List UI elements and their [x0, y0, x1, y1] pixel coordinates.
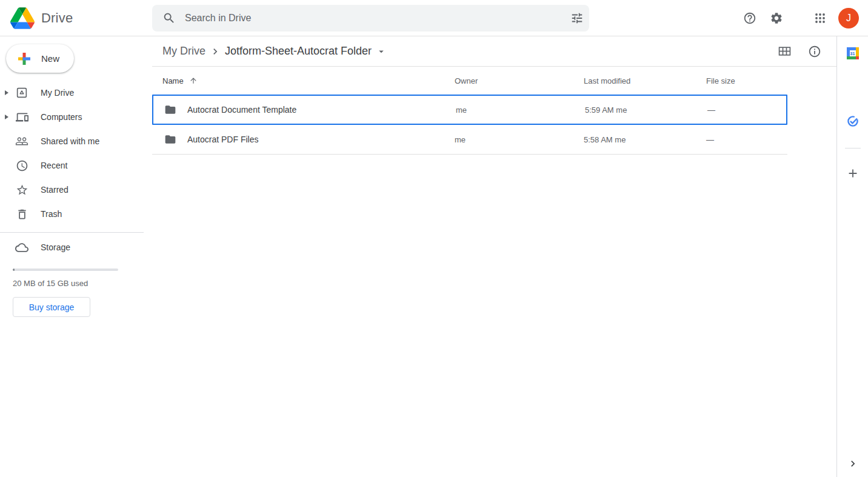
- column-header-name[interactable]: Name: [152, 76, 455, 85]
- file-name: Autocrat Document Template: [187, 105, 296, 115]
- help-icon[interactable]: [736, 5, 763, 32]
- storage-cloud-icon: [15, 241, 28, 254]
- shared-with-me-icon: [15, 135, 28, 148]
- file-name: Autocrat PDF Files: [187, 135, 258, 144]
- search-input[interactable]: [184, 12, 565, 24]
- my-drive-icon: [15, 86, 28, 99]
- drive-logo-icon: [10, 7, 35, 29]
- get-addons-icon[interactable]: [846, 167, 860, 180]
- expand-arrow-icon[interactable]: [5, 115, 15, 119]
- file-row[interactable]: Autocrat Document Template me 5:59 AM me…: [152, 95, 787, 125]
- new-button[interactable]: New: [6, 44, 74, 73]
- new-button-label: New: [41, 53, 59, 64]
- google-tasks-icon[interactable]: [847, 115, 859, 127]
- main-content: My Drive Jotform-Sheet-Autocrat Folder: [152, 36, 836, 477]
- workspace-side-panel: 31: [836, 36, 868, 477]
- breadcrumb-toolbar: My Drive Jotform-Sheet-Autocrat Folder: [152, 36, 836, 67]
- file-last-modified: 5:58 AM me: [584, 135, 706, 144]
- breadcrumb-current[interactable]: Jotform-Sheet-Autocrat Folder: [225, 45, 387, 58]
- plus-multicolor-icon: [15, 50, 33, 68]
- hide-side-panel-chevron-icon[interactable]: [847, 458, 859, 470]
- drive-logo[interactable]: Drive: [0, 7, 152, 29]
- file-owner: me: [455, 135, 584, 144]
- sort-ascending-icon: [189, 76, 198, 85]
- sidebar-item-recent[interactable]: Recent: [0, 153, 152, 178]
- search-options-icon[interactable]: [565, 6, 589, 30]
- expand-arrow-icon[interactable]: [5, 90, 15, 95]
- folder-icon: [164, 133, 176, 145]
- recent-icon: [15, 159, 28, 172]
- apps-grid-icon[interactable]: [807, 5, 833, 32]
- left-sidebar: New My Drive Computers: [0, 36, 152, 477]
- storage-progress-fill: [13, 269, 15, 271]
- column-header-file-size: File size: [706, 76, 787, 85]
- sidebar-item-my-drive[interactable]: My Drive: [0, 81, 152, 105]
- info-icon[interactable]: [807, 44, 822, 59]
- search-icon[interactable]: [162, 12, 176, 25]
- app-name: Drive: [41, 10, 73, 26]
- avatar-letter: J: [838, 8, 859, 28]
- sidebar-divider: [0, 232, 144, 233]
- file-size: —: [707, 105, 786, 115]
- folder-menu-caret-icon[interactable]: [376, 46, 387, 57]
- sidebar-item-shared-with-me[interactable]: Shared with me: [0, 129, 152, 153]
- file-table: Name Owner Last modified File size Autoc…: [152, 67, 787, 155]
- sidebar-item-storage[interactable]: Storage: [0, 235, 152, 259]
- breadcrumb-root[interactable]: My Drive: [162, 45, 205, 58]
- column-header-last-modified: Last modified: [584, 76, 706, 85]
- sidebar-item-computers[interactable]: Computers: [0, 105, 152, 129]
- file-owner: me: [456, 105, 585, 115]
- folder-icon: [164, 104, 176, 116]
- storage-usage-text: 20 MB of 15 GB used: [13, 279, 152, 288]
- file-size: —: [706, 135, 787, 144]
- starred-icon: [15, 183, 28, 196]
- top-app-bar: Drive J: [0, 0, 868, 36]
- top-bar-actions: J: [589, 5, 868, 32]
- google-keep-icon[interactable]: [847, 81, 859, 93]
- side-panel-divider: [845, 148, 861, 148]
- breadcrumb-separator-icon: [209, 45, 221, 58]
- grid-view-icon[interactable]: [777, 44, 792, 59]
- account-avatar[interactable]: J: [835, 5, 862, 32]
- sidebar-item-trash[interactable]: Trash: [0, 202, 152, 226]
- storage-progress-bar: [13, 269, 118, 271]
- buy-storage-button[interactable]: Buy storage: [13, 297, 90, 317]
- trash-icon: [15, 207, 28, 221]
- file-last-modified: 5:59 AM me: [585, 105, 707, 115]
- search-bar[interactable]: [152, 5, 589, 32]
- file-table-header: Name Owner Last modified File size: [152, 67, 787, 95]
- sidebar-item-starred[interactable]: Starred: [0, 178, 152, 202]
- settings-icon[interactable]: [763, 5, 790, 32]
- column-header-owner: Owner: [455, 76, 584, 85]
- google-calendar-icon[interactable]: 31: [847, 47, 859, 59]
- computers-icon: [15, 110, 28, 124]
- file-row[interactable]: Autocrat PDF Files me 5:58 AM me —: [152, 125, 787, 155]
- sidebar-nav: My Drive Computers Shared with me: [0, 81, 152, 226]
